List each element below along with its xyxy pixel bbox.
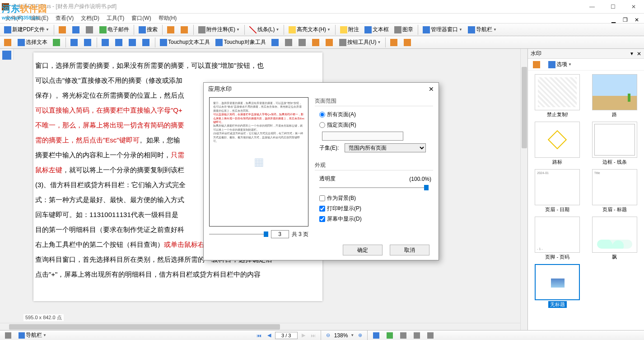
measure-tool[interactable] <box>323 37 336 48</box>
fit-icon <box>142 39 149 46</box>
fit-page-status[interactable] <box>384 330 396 340</box>
textbox-button[interactable]: 文本框 <box>362 24 391 35</box>
touchup-text-button[interactable]: Touchup文本工具 <box>158 37 212 48</box>
close-button[interactable]: ✕ <box>623 0 644 14</box>
snapshot-button[interactable] <box>51 37 63 48</box>
paste-icon <box>404 39 411 46</box>
watermark-item-footer-page[interactable]: - 1 -页脚 - 页码 <box>532 217 583 260</box>
arrow-tool[interactable] <box>269 37 282 48</box>
zoom-out-status[interactable]: ⊖ <box>324 331 332 340</box>
rotate-ccw-button[interactable] <box>68 37 81 48</box>
paste-button[interactable] <box>401 37 414 48</box>
watermark-item-header-date[interactable]: 2024-01页眉 - 日期 <box>532 169 583 213</box>
radio-specified-pages[interactable]: 指定页面(R) <box>315 121 433 129</box>
prev-page-button[interactable]: ◀ <box>265 331 273 340</box>
link-tool[interactable] <box>283 37 295 48</box>
zoom-in-button[interactable] <box>99 37 112 48</box>
copy-button[interactable] <box>388 37 401 48</box>
zoom-out-button[interactable] <box>113 37 126 48</box>
button-tool[interactable]: 按钮工具(U)▼ <box>337 37 383 48</box>
panel-close-icon[interactable]: ✕ <box>637 51 641 57</box>
print-button[interactable] <box>84 24 96 35</box>
checkbox-as-background[interactable]: 作为背景(B) <box>315 194 433 202</box>
highlight-button[interactable]: 高亮文本(H)▼ <box>286 24 333 35</box>
watermark-item-untitled[interactable]: 无标题 <box>532 264 583 308</box>
open-button[interactable] <box>56 24 69 35</box>
menu-help[interactable]: 帮助(H) <box>155 14 181 22</box>
manager-window-button[interactable]: 管理器窗口▼ <box>420 24 465 35</box>
watermark-item-border-line[interactable]: 边框 - 线条 <box>589 122 641 165</box>
dialog-close-icon[interactable]: ✕ <box>429 85 434 93</box>
select-text-button[interactable]: 选择文本 <box>15 37 50 48</box>
fit-width-status[interactable] <box>371 330 383 340</box>
page-range-group: 页面范围 <box>315 97 433 106</box>
left-nav-strip <box>0 49 14 60</box>
navbar-button[interactable]: 导航栏▼ <box>466 24 499 35</box>
vertical-scrollbar[interactable] <box>520 49 527 330</box>
rotate-ccw-icon <box>70 39 78 46</box>
attach-annot-button[interactable]: 附件注释(E)▼ <box>196 24 242 35</box>
minimize-button[interactable]: — <box>582 0 602 14</box>
add-watermark-button[interactable] <box>531 59 543 70</box>
status-navbar-button[interactable]: 导航栏▼ <box>16 330 49 340</box>
mdi-minimize-button[interactable]: ▁ <box>608 14 619 25</box>
ok-button[interactable]: 确定 <box>343 245 383 255</box>
touchup-obj-button[interactable]: Touchup对象工具 <box>213 37 268 48</box>
stamp-button[interactable]: 图章 <box>392 24 415 35</box>
search-button[interactable]: 搜索 <box>136 24 160 35</box>
new-pdf-button[interactable]: 新建PDF文件▼ <box>2 24 51 35</box>
opacity-slider[interactable] <box>319 187 429 188</box>
next-page-button[interactable]: ▶ <box>299 331 308 340</box>
zoom-fit-button[interactable] <box>140 37 153 48</box>
watermark-panel: 水印 ▼ ✕ 选项▼ 禁止复制!路路标边框 - 线条2024-01页眉 - 日期… <box>527 49 644 330</box>
page-number-input[interactable] <box>275 332 298 339</box>
watermark-item-no-copy[interactable]: 禁止复制! <box>532 74 583 118</box>
single-page-status[interactable] <box>398 330 410 340</box>
preview-page-total: 共 3 页 <box>292 231 308 238</box>
textbox-icon <box>364 26 372 33</box>
continuous-status[interactable] <box>411 330 423 340</box>
last-page-button[interactable]: ⏭ <box>309 331 317 340</box>
watermark-item-header-title[interactable]: Title页眉 - 标题 <box>589 169 641 213</box>
email-button[interactable]: 电子邮件 <box>97 24 131 35</box>
first-page-button[interactable]: ⏮ <box>255 331 263 340</box>
zoom-marquee-button[interactable] <box>126 37 139 48</box>
watermark-item-roadmark[interactable]: 路标 <box>532 122 583 165</box>
folder-open-icon <box>59 26 66 33</box>
rotate-cw-button[interactable] <box>82 37 94 48</box>
pages-tab-icon[interactable] <box>2 51 11 60</box>
page-view-icon <box>5 332 11 339</box>
note-button[interactable]: 附注 <box>338 24 361 35</box>
menu-tools[interactable]: 工具(T) <box>103 14 128 22</box>
watermark-options-button[interactable]: 选项▼ <box>546 59 574 70</box>
save-button[interactable] <box>70 24 83 35</box>
panel-pin-icon[interactable]: ▼ <box>630 51 634 56</box>
zoom-in-status[interactable]: ⊕ <box>356 331 364 340</box>
preview-page-input[interactable] <box>271 230 289 238</box>
form-tool[interactable] <box>310 37 322 48</box>
mdi-close-button[interactable]: ✕ <box>631 14 642 25</box>
redo-button[interactable] <box>178 24 191 35</box>
status-view-icon[interactable] <box>3 330 14 340</box>
radio-all-pages[interactable]: 所有页面(A) <box>315 111 433 118</box>
crop-tool[interactable] <box>296 37 309 48</box>
mdi-restore-button[interactable]: ❐ <box>620 14 630 25</box>
preview-page-slider[interactable] <box>209 234 268 235</box>
menu-window[interactable]: 窗口(W) <box>128 14 154 22</box>
line-button[interactable]: 线条(L)▼ <box>247 24 282 35</box>
menu-document[interactable]: 文档(D) <box>77 14 103 22</box>
undo-button[interactable] <box>165 24 177 35</box>
menu-view[interactable]: 查看(V) <box>52 14 77 22</box>
checkbox-show-print[interactable]: 打印时显示(P) <box>315 205 433 212</box>
hand-tool[interactable] <box>2 37 14 48</box>
horizontal-scrollbar[interactable] <box>0 323 520 330</box>
checkbox-show-screen[interactable]: 屏幕中显示(D) <box>315 215 433 223</box>
maximize-button[interactable]: ☐ <box>602 0 623 14</box>
watermark-item-float[interactable]: 飘 <box>589 217 641 260</box>
watermark-item-road[interactable]: 路 <box>589 74 641 118</box>
paperclip-icon <box>198 26 205 33</box>
subset-select[interactable]: 范围内所有页面 <box>345 143 426 152</box>
cancel-button[interactable]: 取消 <box>390 245 429 255</box>
facing-status[interactable] <box>425 330 437 340</box>
page-size-readout: 595.0 x 842.0 点 <box>23 314 64 321</box>
